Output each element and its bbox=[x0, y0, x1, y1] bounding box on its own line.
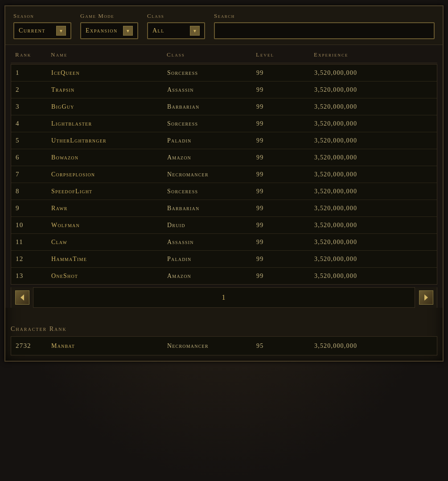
row-rank: 4 bbox=[16, 120, 51, 127]
class-filter-group: Class All ▼ bbox=[147, 12, 205, 39]
row-class: Barbarian bbox=[167, 103, 256, 110]
row-class: Assassin bbox=[167, 239, 256, 246]
row-class: Barbarian bbox=[167, 205, 256, 212]
row-experience: 3,520,000,000 bbox=[314, 120, 432, 127]
row-level: 99 bbox=[256, 188, 314, 195]
table-header: Rank Name Class Level Experience bbox=[11, 45, 437, 63]
game-mode-dropdown[interactable]: Expansion ▼ bbox=[80, 22, 138, 39]
row-rank: 2 bbox=[16, 86, 51, 94]
row-class: Amazon bbox=[167, 154, 256, 161]
row-name: Wolfman bbox=[51, 222, 167, 229]
table-row[interactable]: 11 Claw Assassin 99 3,520,000,000 bbox=[11, 234, 437, 251]
row-level: 99 bbox=[256, 154, 314, 161]
row-name: Lightblaster bbox=[51, 120, 167, 127]
class-dropdown-arrow: ▼ bbox=[190, 26, 200, 36]
character-rank-row: 2732 Manbat Necromancer 95 3,520,000,000 bbox=[11, 336, 437, 355]
row-level: 99 bbox=[256, 273, 314, 280]
char-rank: 2732 bbox=[16, 342, 51, 350]
season-label: Season bbox=[13, 12, 71, 20]
table-row[interactable]: 5 UtherLghtbrnger Paladin 99 3,520,000,0… bbox=[11, 132, 437, 149]
row-class: Sorceress bbox=[167, 188, 256, 195]
col-rank: Rank bbox=[15, 51, 51, 58]
season-dropdown-arrow: ▼ bbox=[56, 26, 66, 36]
row-level: 99 bbox=[256, 103, 314, 110]
leaderboard-panel: Season Current ▼ Game Mode Expansion ▼ C… bbox=[4, 5, 444, 362]
row-level: 99 bbox=[256, 137, 314, 144]
class-dropdown[interactable]: All ▼ bbox=[147, 22, 205, 39]
row-rank: 11 bbox=[16, 238, 51, 246]
table-row[interactable]: 1 IceQueen Sorceress 99 3,520,000,000 bbox=[11, 65, 437, 82]
table-row[interactable]: 8 SpeedofLight Sorceress 99 3,520,000,00… bbox=[11, 183, 437, 200]
row-name: Corpseplosion bbox=[51, 171, 167, 178]
row-rank: 9 bbox=[16, 204, 51, 212]
next-page-icon bbox=[419, 290, 433, 305]
table-row[interactable]: 12 HammaTime Paladin 99 3,520,000,000 bbox=[11, 251, 437, 268]
row-experience: 3,520,000,000 bbox=[314, 103, 432, 110]
row-experience: 3,520,000,000 bbox=[314, 273, 432, 280]
table-row[interactable]: 4 Lightblaster Sorceress 99 3,520,000,00… bbox=[11, 115, 437, 132]
row-level: 99 bbox=[256, 86, 314, 94]
col-experience: Experience bbox=[314, 51, 433, 58]
next-page-button[interactable] bbox=[415, 287, 437, 308]
row-rank: 8 bbox=[16, 188, 51, 195]
table-section: Rank Name Class Level Experience 1 IceQu… bbox=[5, 45, 443, 308]
row-rank: 13 bbox=[16, 272, 51, 280]
table-row[interactable]: 10 Wolfman Druid 99 3,520,000,000 bbox=[11, 217, 437, 234]
row-class: Necromancer bbox=[167, 171, 256, 178]
table-row[interactable]: 7 Corpseplosion Necromancer 99 3,520,000… bbox=[11, 166, 437, 183]
row-name: IceQueen bbox=[51, 69, 167, 77]
row-level: 99 bbox=[256, 120, 314, 127]
row-level: 99 bbox=[256, 239, 314, 246]
row-name: SpeedofLight bbox=[51, 188, 167, 195]
row-class: Paladin bbox=[167, 137, 256, 144]
table-row[interactable]: 6 Bowazon Amazon 99 3,520,000,000 bbox=[11, 149, 437, 166]
row-rank: 3 bbox=[16, 103, 51, 110]
row-rank: 10 bbox=[16, 221, 51, 229]
row-rank: 5 bbox=[16, 137, 51, 144]
season-filter-group: Season Current ▼ bbox=[13, 12, 71, 39]
col-class: Class bbox=[167, 51, 256, 58]
row-experience: 3,520,000,000 bbox=[314, 171, 432, 178]
row-rank: 1 bbox=[16, 69, 51, 77]
row-experience: 3,520,000,000 bbox=[314, 205, 432, 212]
pagination-bar: 1 bbox=[11, 287, 437, 308]
prev-page-icon bbox=[15, 290, 29, 305]
row-level: 99 bbox=[256, 205, 314, 212]
row-level: 99 bbox=[256, 69, 314, 77]
leaderboard-table-body: 1 IceQueen Sorceress 99 3,520,000,000 2 … bbox=[11, 64, 437, 285]
row-class: Paladin bbox=[167, 256, 256, 263]
row-experience: 3,520,000,000 bbox=[314, 69, 432, 77]
char-class: Necromancer bbox=[167, 342, 256, 350]
row-experience: 3,520,000,000 bbox=[314, 239, 432, 246]
table-row[interactable]: 9 Rawr Barbarian 99 3,520,000,000 bbox=[11, 200, 437, 217]
game-mode-filter-group: Game Mode Expansion ▼ bbox=[80, 12, 138, 39]
table-row[interactable]: 13 OneShot Amazon 99 3,520,000,000 bbox=[11, 268, 437, 284]
season-dropdown[interactable]: Current ▼ bbox=[13, 22, 71, 39]
search-input[interactable] bbox=[214, 22, 435, 39]
table-row[interactable]: 3 BigGuy Barbarian 99 3,520,000,000 bbox=[11, 98, 437, 115]
row-rank: 7 bbox=[16, 171, 51, 178]
row-level: 99 bbox=[256, 256, 314, 263]
row-class: Druid bbox=[167, 222, 256, 229]
row-rank: 12 bbox=[16, 255, 51, 263]
game-mode-label: Game Mode bbox=[80, 12, 138, 20]
col-level: Level bbox=[256, 51, 314, 58]
row-experience: 3,520,000,000 bbox=[314, 137, 432, 144]
class-filter-label: Class bbox=[147, 12, 205, 20]
page-number: 1 bbox=[33, 293, 415, 302]
row-name: HammaTime bbox=[51, 256, 167, 263]
character-rank-title: Character Rank bbox=[11, 326, 437, 333]
col-name: Name bbox=[51, 51, 167, 58]
table-row[interactable]: 2 Trapsin Assassin 99 3,520,000,000 bbox=[11, 82, 437, 98]
row-name: OneShot bbox=[51, 273, 167, 280]
row-name: Bowazon bbox=[51, 154, 167, 161]
svg-marker-1 bbox=[424, 294, 428, 301]
row-name: Trapsin bbox=[51, 86, 167, 94]
row-class: Assassin bbox=[167, 86, 256, 94]
game-mode-dropdown-arrow: ▼ bbox=[123, 26, 133, 36]
row-class: Sorceress bbox=[167, 120, 256, 127]
row-level: 99 bbox=[256, 222, 314, 229]
char-experience: 3,520,000,000 bbox=[314, 342, 432, 350]
row-experience: 3,520,000,000 bbox=[314, 154, 432, 161]
prev-page-button[interactable] bbox=[11, 287, 33, 308]
